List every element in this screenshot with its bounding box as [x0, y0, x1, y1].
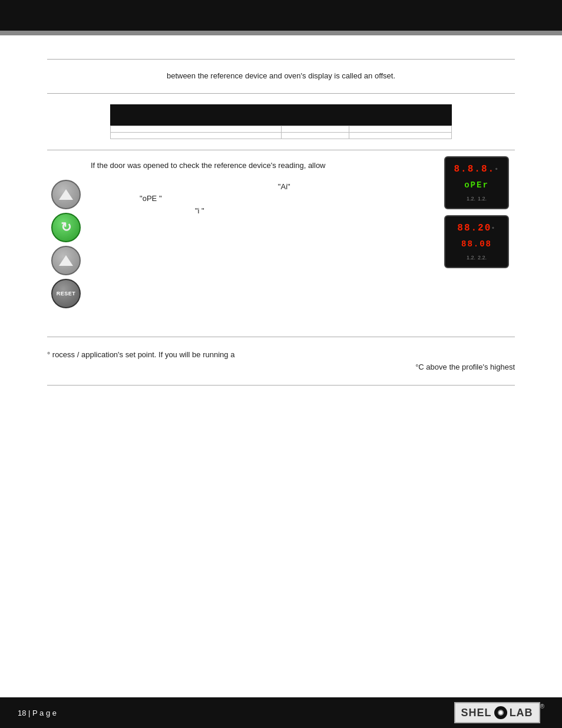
ope-text-block: "Ai" — [91, 181, 438, 193]
ope-text: "oPE " — [140, 194, 161, 203]
display-panels: 8.8.8. ° oPEr 1.2. 1.2. 88.20 ° 88.0 — [444, 156, 515, 268]
logo-box: SHEL LAB — [454, 702, 540, 723]
display2-row2: 88.08 — [461, 239, 492, 249]
refresh-icon: ↻ — [61, 220, 71, 235]
arrow-up-icon-2 — [59, 255, 73, 266]
section-text-1-span: between the reference device and oven's … — [167, 71, 395, 80]
divider-top — [47, 59, 515, 60]
arrow-up-icon-1 — [59, 189, 73, 200]
table-wrapper — [110, 104, 452, 139]
divider-2 — [47, 150, 515, 150]
col1-header — [111, 126, 282, 132]
col2-header — [281, 126, 349, 132]
i-text: "i " — [195, 206, 204, 215]
logo-shel: SHEL — [461, 707, 492, 719]
cell-1-3 — [349, 132, 452, 139]
logo-circle-inner — [498, 710, 504, 716]
cell-1-1 — [111, 132, 282, 139]
display1-row1: 8.8.8. ° — [454, 164, 499, 174]
section-text-1: between the reference device and oven's … — [47, 65, 515, 87]
table-row — [111, 132, 452, 139]
data-table — [110, 126, 452, 139]
reset-button[interactable]: RESET — [51, 279, 81, 308]
step-text-line1: If the door was opened to check the refe… — [91, 160, 438, 172]
display1-row2: oPEr — [464, 180, 489, 190]
main-content: between the reference device and oven's … — [0, 35, 562, 527]
bottom-text-line2: °C above the profile's highest — [47, 361, 515, 374]
i-label-block: "i " — [91, 205, 438, 218]
step-text-block: If the door was opened to check the refe… — [91, 156, 438, 218]
button-column: ↻ RESET — [47, 156, 85, 308]
refresh-button[interactable]: ↻ — [51, 213, 81, 242]
subbar — [0, 31, 562, 35]
logo-circle — [494, 706, 507, 719]
display-panel-2: 88.20 ° 88.08 1.2. 2.2. — [444, 215, 509, 268]
logo-lab: LAB — [510, 707, 533, 719]
table-header-black — [110, 104, 452, 126]
display-panel-1: 8.8.8. ° oPEr 1.2. 1.2. — [444, 156, 509, 209]
bottom-text-section: ° rocess / application's set point. If y… — [47, 343, 515, 380]
up-button-2[interactable] — [51, 246, 81, 275]
logo-area: SHEL LAB ® — [454, 702, 544, 723]
bottom-text-line1: ° rocess / application's set point. If y… — [47, 349, 515, 361]
logo-reg: ® — [540, 703, 544, 710]
up-button-1[interactable] — [51, 180, 81, 209]
col3-header — [349, 126, 452, 132]
divider-3 — [47, 337, 515, 337]
display1-row3: 1.2. 1.2. — [467, 196, 487, 202]
page-number: 18 | P a g e — [18, 709, 57, 717]
reset-label: RESET — [57, 291, 76, 297]
cell-1-2 — [281, 132, 349, 139]
table-header-row — [111, 126, 452, 132]
divider-4 — [47, 385, 515, 386]
header-bar — [0, 0, 562, 31]
divider-1 — [47, 93, 515, 94]
display2-row3: 1.2. 2.2. — [467, 255, 487, 261]
footer: 18 | P a g e SHEL LAB ® — [0, 697, 562, 728]
ai-text: "Ai" — [278, 182, 290, 191]
ope-label-block: "oPE " — [91, 193, 438, 205]
step-section: ↻ RESET If the door was opened to check … — [47, 156, 515, 308]
display2-row1: 88.20 ° — [457, 223, 495, 233]
